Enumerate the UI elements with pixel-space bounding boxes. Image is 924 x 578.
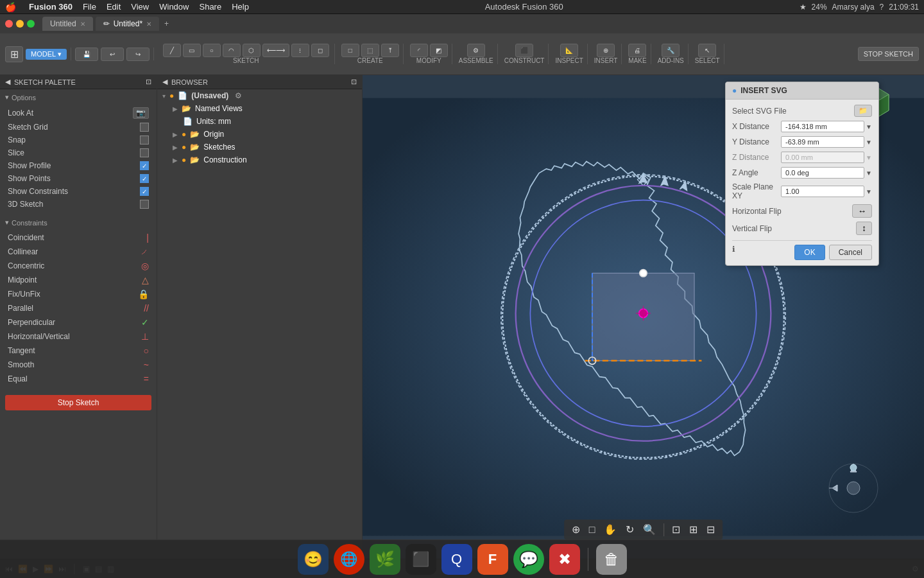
menu-fusion360[interactable]: Fusion 360 — [29, 2, 73, 12]
snap-checkbox[interactable] — [140, 136, 149, 144]
tab-untitled-star[interactable]: ✏ Untitled* ✕ — [96, 17, 159, 31]
browser-construction[interactable]: ▶ ● 📂 Construction — [157, 153, 362, 166]
redo-button[interactable]: ↪ — [126, 48, 150, 61]
horiz-flip-button[interactable]: ↔ — [852, 204, 872, 218]
constraint-collinear[interactable]: Collinear ⟋ — [5, 245, 151, 259]
browser-origin[interactable]: ▶ ● 📂 Origin — [157, 128, 362, 141]
undo-button[interactable]: ↩ — [101, 48, 124, 61]
create-btn-3[interactable]: ⤒ — [381, 44, 399, 57]
viewport[interactable]: TOP — [363, 75, 924, 559]
stop-sketch-button[interactable]: STOP SKETCH — [858, 47, 919, 61]
3d-sketch-checkbox[interactable] — [140, 200, 149, 209]
viewport-btn-display2[interactable]: ⊞ — [687, 522, 700, 537]
tab-untitled[interactable]: Untitled ✕ — [42, 17, 93, 31]
browser-collapse-icon[interactable]: ◀ — [162, 78, 167, 86]
constraint-perpendicular[interactable]: Perpendicular ✓ — [5, 315, 151, 329]
minimize-button[interactable] — [16, 20, 24, 28]
y-distance-input[interactable] — [781, 136, 864, 148]
sketch-arc-button[interactable]: ◠ — [223, 44, 241, 57]
constraint-smooth[interactable]: Smooth ~ — [5, 358, 151, 372]
dock-fusion[interactable]: F — [477, 544, 508, 575]
constraint-fix-unfix[interactable]: Fix/UnFix 🔒 — [5, 287, 151, 301]
make-btn[interactable]: 🖨 — [628, 44, 646, 57]
x-distance-dropdown[interactable]: ▼ — [866, 123, 872, 130]
constraint-tangent[interactable]: Tangent ○ — [5, 344, 151, 358]
scale-input[interactable] — [781, 186, 864, 197]
show-points-checkbox[interactable] — [140, 174, 149, 183]
select-btn[interactable]: ↖ — [698, 44, 716, 57]
insert-svg-cancel-button[interactable]: Cancel — [829, 245, 872, 260]
modify-btn-1[interactable]: ◜ — [410, 44, 428, 57]
browser-units[interactable]: 📄 Units: mm — [157, 115, 362, 128]
sketch-rect-button[interactable]: ▭ — [183, 44, 201, 57]
svg-file-browse-button[interactable]: 📁 — [854, 105, 872, 117]
create-btn-2[interactable]: ⬚ — [361, 44, 379, 57]
menu-window[interactable]: Window — [159, 2, 189, 12]
info-icon[interactable]: ℹ — [732, 245, 735, 260]
sketch-offset-button[interactable]: ◻ — [311, 44, 329, 57]
z-angle-input[interactable] — [781, 167, 864, 179]
show-constraints-checkbox[interactable] — [140, 187, 149, 196]
sketch-dim-button[interactable]: ⟵⟶ — [262, 44, 289, 57]
sketches-arrow[interactable]: ▶ — [173, 144, 178, 151]
viewport-btn-display3[interactable]: ⊟ — [704, 522, 717, 537]
grid-view-button[interactable]: ⊞ — [5, 46, 23, 62]
dock-whatsapp[interactable]: 💬 — [513, 544, 544, 575]
y-distance-dropdown[interactable]: ▼ — [866, 139, 872, 146]
insert-btn[interactable]: ⊕ — [597, 44, 615, 57]
construction-arrow[interactable]: ▶ — [173, 157, 178, 164]
options-title[interactable]: ▾ Options — [5, 93, 151, 101]
menu-view[interactable]: View — [131, 2, 149, 12]
x-distance-input[interactable] — [781, 121, 864, 132]
browser-named-views[interactable]: ▶ 📂 Named Views — [157, 102, 362, 115]
constraint-concentric[interactable]: Concentric ◎ — [5, 259, 151, 273]
slice-checkbox[interactable] — [140, 148, 149, 157]
named-views-arrow[interactable]: ▶ — [173, 105, 178, 112]
create-btn-1[interactable]: □ — [341, 44, 359, 57]
menu-share[interactable]: Share — [199, 2, 221, 12]
browser-sketches[interactable]: ▶ ● 📂 Sketches — [157, 141, 362, 153]
fullscreen-button[interactable] — [27, 20, 35, 28]
sketch-poly-button[interactable]: ⬡ — [243, 44, 261, 57]
save-button[interactable]: 💾 — [75, 48, 98, 61]
new-tab-button[interactable]: + — [164, 19, 169, 28]
menu-edit[interactable]: Edit — [107, 2, 121, 12]
dock-leaf[interactable]: 🌿 — [370, 544, 400, 575]
z-angle-dropdown[interactable]: ▼ — [866, 170, 872, 177]
constraint-midpoint[interactable]: Midpoint △ — [5, 273, 151, 287]
addins-btn[interactable]: 🔧 — [662, 44, 680, 57]
viewport-btn-box[interactable]: □ — [586, 523, 598, 537]
palette-settings-icon[interactable]: ⊡ — [146, 78, 151, 86]
constraint-horizontal-vertical[interactable]: Horizontal/Vertical ⊥ — [5, 329, 151, 344]
unsaved-settings-icon[interactable]: ⚙ — [235, 91, 242, 100]
sketch-more-button[interactable]: ⫶ — [291, 44, 309, 57]
browser-settings-icon[interactable]: ⊡ — [351, 78, 357, 86]
apple-menu[interactable]: 🍎 — [5, 2, 16, 12]
dock-chrome[interactable]: 🌐 — [334, 544, 364, 575]
assemble-btn[interactable]: ⚙ — [467, 44, 485, 57]
dock-crossover[interactable]: ✖ — [549, 544, 580, 575]
constraint-equal[interactable]: Equal = — [5, 372, 151, 386]
close-button[interactable] — [5, 20, 13, 28]
modify-btn-2[interactable]: ◩ — [430, 44, 448, 57]
nav-gizmo[interactable] — [821, 456, 886, 520]
origin-arrow[interactable]: ▶ — [173, 131, 178, 138]
construct-btn[interactable]: ⬛ — [515, 44, 533, 57]
scale-dropdown[interactable]: ▼ — [866, 188, 872, 195]
dock-trash[interactable]: 🗑 — [596, 544, 627, 575]
viewport-btn-display1[interactable]: ⊡ — [669, 522, 683, 537]
constraint-coincident[interactable]: Coincident | — [5, 231, 151, 245]
palette-collapse-icon[interactable]: ◀ — [5, 78, 10, 86]
viewport-btn-pan[interactable]: ✋ — [601, 522, 619, 537]
viewport-btn-orbit[interactable]: ↻ — [623, 522, 637, 537]
root-expand-arrow[interactable]: ▾ — [162, 92, 166, 100]
menu-file[interactable]: File — [83, 2, 96, 12]
viewport-btn-zoom[interactable]: 🔍 — [640, 522, 658, 537]
browser-item-root[interactable]: ▾ ● 📄 (Unsaved) ⚙ — [157, 89, 362, 102]
stop-sketch-palette-button[interactable]: Stop Sketch — [5, 395, 151, 410]
dock-quark[interactable]: Q — [441, 544, 472, 575]
tab-untitled-close[interactable]: ✕ — [80, 21, 85, 28]
sketch-circle-button[interactable]: ○ — [203, 44, 221, 57]
dock-finder[interactable]: 😊 — [298, 544, 329, 575]
vert-flip-button[interactable]: ↕ — [856, 222, 872, 235]
